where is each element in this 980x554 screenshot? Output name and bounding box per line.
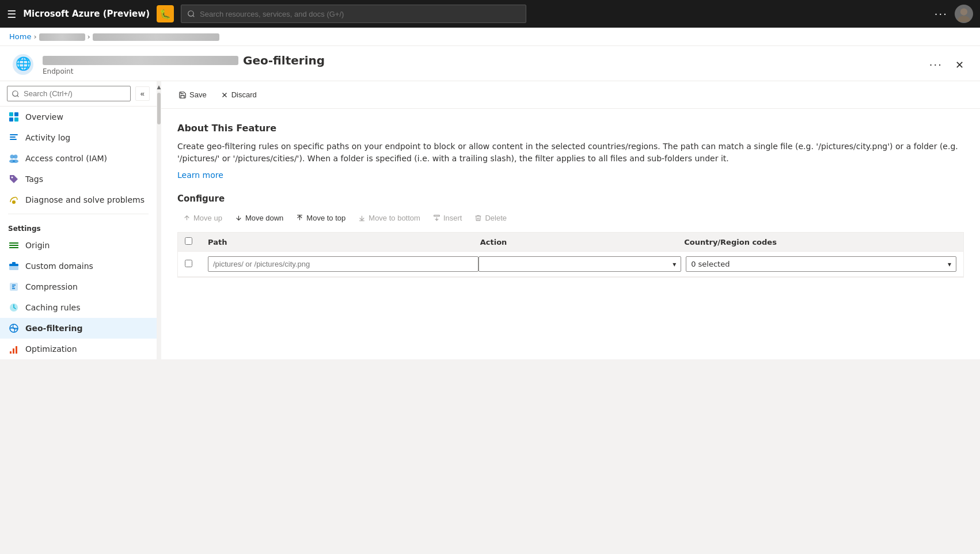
page-header-more-button[interactable]: ··· <box>929 59 943 71</box>
select-all-checkbox[interactable] <box>185 237 192 245</box>
move-to-bottom-icon <box>358 214 366 222</box>
svg-point-13 <box>10 155 14 159</box>
svg-rect-11 <box>10 136 16 138</box>
sidebar-item-tags[interactable]: Tags <box>0 169 157 189</box>
action-dropdown-chevron: ▾ <box>673 260 676 268</box>
sidebar-item-optimization-label: Optimization <box>25 344 77 354</box>
sidebar-item-diagnose[interactable]: Diagnose and solve problems <box>0 189 157 210</box>
table-header: Path Action Country/Region codes <box>178 233 963 252</box>
search-bar[interactable] <box>181 5 526 23</box>
close-button[interactable]: ✕ <box>951 56 968 73</box>
scroll-up-btn[interactable]: ▲ <box>157 82 161 92</box>
svg-rect-8 <box>9 117 13 122</box>
move-to-top-button[interactable]: Move to top <box>290 211 351 225</box>
col-country-header: Country/Region codes <box>684 238 956 246</box>
svg-point-2 <box>958 16 970 22</box>
svg-rect-10 <box>10 134 18 135</box>
sidebar-item-compression[interactable]: Compression <box>0 276 157 297</box>
bug-button[interactable]: 🐛 <box>157 5 174 22</box>
svg-point-18 <box>12 200 16 204</box>
path-input[interactable] <box>208 256 478 272</box>
delete-button[interactable]: Delete <box>469 211 512 225</box>
sidebar-item-geo-filtering-label: Geo-filtering <box>25 324 82 333</box>
move-up-button[interactable]: Move up <box>177 211 228 225</box>
sidebar-item-overview[interactable]: Overview <box>0 107 157 127</box>
sidebar-collapse-button[interactable]: « <box>135 86 150 101</box>
svg-point-14 <box>14 155 18 159</box>
more-options-button[interactable]: ··· <box>935 8 948 20</box>
svg-rect-19 <box>9 242 18 244</box>
delete-icon <box>474 214 482 222</box>
configure-section: Configure Move up Move down <box>177 193 964 278</box>
svg-rect-9 <box>14 117 18 122</box>
sidebar-nav: Overview Activity log Access <box>0 107 157 359</box>
about-title: About This Feature <box>177 123 964 134</box>
col-path-header: Path <box>208 238 480 246</box>
sidebar-item-activity-log[interactable]: Activity log <box>0 127 157 148</box>
sidebar-item-iam[interactable]: Access control (IAM) <box>0 148 157 169</box>
breadcrumb: Home › › <box>0 28 980 46</box>
breadcrumb-home[interactable]: Home <box>9 32 31 41</box>
sidebar-item-custom-domains[interactable]: Custom domains <box>0 256 157 276</box>
avatar[interactable] <box>955 5 973 23</box>
row-checkbox[interactable] <box>185 260 192 267</box>
main-layout: « Overview Activity <box>0 81 980 359</box>
breadcrumb-resource[interactable] <box>39 32 85 41</box>
move-to-bottom-button[interactable]: Move to bottom <box>352 211 426 225</box>
action-dropdown-value <box>484 260 486 268</box>
country-dropdown[interactable]: 0 selected ▾ <box>686 256 956 272</box>
compression-icon <box>8 281 20 293</box>
content-area: Save Discard About This Feature Create g… <box>161 81 980 359</box>
sidebar-item-iam-label: Access control (IAM) <box>25 154 107 163</box>
svg-rect-35 <box>434 215 440 217</box>
svg-rect-21 <box>9 247 18 248</box>
diagnose-icon <box>8 194 20 206</box>
svg-rect-30 <box>16 346 17 354</box>
insert-icon <box>433 214 440 222</box>
sidebar-item-activity-label: Activity log <box>25 133 70 142</box>
configure-title: Configure <box>177 193 964 204</box>
geo-filtering-icon <box>8 322 20 334</box>
custom-domains-icon <box>8 260 20 272</box>
about-section: About This Feature Create geo-filtering … <box>177 123 964 180</box>
sidebar-item-overview-label: Overview <box>25 112 63 122</box>
row-path-cell <box>208 256 478 272</box>
insert-button[interactable]: Insert <box>427 211 468 225</box>
endpoint-icon: 🌐 <box>12 53 35 76</box>
move-down-icon <box>235 214 242 222</box>
move-to-top-icon <box>296 214 303 222</box>
sidebar-item-geo-filtering[interactable]: Geo-filtering <box>0 318 157 339</box>
tags-icon <box>8 173 20 185</box>
top-nav: ☰ Microsoft Azure (Preview) 🐛 ··· <box>0 0 980 28</box>
svg-rect-12 <box>10 139 17 140</box>
svg-point-17 <box>12 177 13 179</box>
svg-rect-20 <box>9 245 18 246</box>
search-icon <box>187 10 195 18</box>
save-button[interactable]: Save <box>173 87 212 103</box>
svg-rect-6 <box>9 112 13 116</box>
svg-rect-24 <box>12 262 16 264</box>
sidebar-scrollbar[interactable]: ▲ <box>157 81 161 359</box>
move-down-button[interactable]: Move down <box>229 211 289 225</box>
sidebar-item-caching-label: Caching rules <box>25 303 80 312</box>
search-input[interactable] <box>200 10 520 18</box>
sidebar-search-input[interactable] <box>7 86 131 101</box>
caching-icon <box>8 302 20 313</box>
table-row: ▾ 0 selected ▾ <box>178 252 963 277</box>
svg-point-1 <box>960 8 967 15</box>
action-dropdown[interactable]: ▾ <box>478 256 681 272</box>
hamburger-icon[interactable]: ☰ <box>7 8 16 20</box>
country-dropdown-chevron: ▾ <box>948 260 951 268</box>
country-dropdown-value: 0 selected <box>691 260 730 268</box>
optimization-icon <box>8 343 20 355</box>
user-avatar-icon <box>956 6 972 22</box>
learn-more-link[interactable]: Learn more <box>177 170 223 180</box>
about-description: Create geo-filtering rules on specific p… <box>177 141 964 165</box>
sidebar-item-origin[interactable]: Origin <box>0 235 157 256</box>
page-resource-name-blurred <box>43 56 238 65</box>
sidebar-scrollbar-thumb: ▲ <box>157 93 161 124</box>
sidebar-item-optimization[interactable]: Optimization <box>0 339 157 359</box>
sidebar-item-caching[interactable]: Caching rules <box>0 297 157 318</box>
discard-label: Discard <box>231 90 257 99</box>
discard-button[interactable]: Discard <box>215 87 263 103</box>
